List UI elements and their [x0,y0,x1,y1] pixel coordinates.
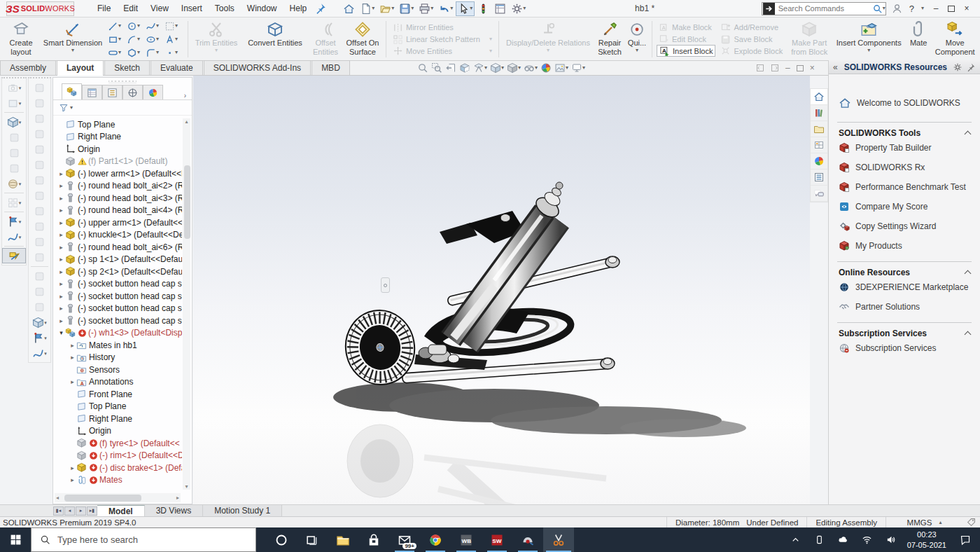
tree-expand-arrow[interactable]: ▸ [69,354,76,361]
resource-link[interactable]: Copy Settings Wizard [839,221,972,232]
task-pane-tab-design-library[interactable] [811,105,827,121]
generic-tool-button[interactable] [2,160,26,176]
edit-appearance-button[interactable] [540,62,552,74]
fm-tabs-overflow[interactable]: › [184,92,186,99]
collapse-panel-button[interactable]: « [833,62,838,72]
tag-icon[interactable] [967,518,976,527]
collapse-chevron-icon[interactable] [965,270,972,277]
tree-item[interactable]: ▸AAnnotations [53,376,182,389]
tree-item[interactable]: ▸(-) socket button head cap scre [53,315,182,327]
spline-caret[interactable]: ▾ [156,23,159,29]
restore-button[interactable] [948,6,955,12]
flag-caret[interactable]: ▾ [19,219,22,224]
line-caret[interactable]: ▾ [118,23,121,29]
collapse-chevron-icon[interactable] [965,131,972,138]
entity-pattern-tool-button[interactable]: ▾ [164,20,183,33]
tree-expand-arrow[interactable]: ▸ [69,378,76,385]
menu-edit[interactable]: Edit [117,1,144,16]
doc-tab-3d-views[interactable]: 3D Views [145,505,203,516]
fillet-caret[interactable]: ▾ [156,50,159,55]
generic-tool-button[interactable] [29,80,50,95]
add-remove-button[interactable]: Add/Remove [718,22,785,34]
annotation-view-caret[interactable]: ▾ [484,65,487,71]
nav-next-button[interactable]: ▸ [76,506,86,516]
phone-link-tray-button[interactable] [809,527,830,552]
annotation-view-button[interactable]: ▾ [472,62,488,74]
tab-solidworks-add-ins[interactable]: SOLIDWORKS Add-Ins [204,60,311,75]
edit-block-button[interactable]: Edit Block [657,34,715,46]
tree-item[interactable]: ▾(-) wh1<3> (Default<Displ [53,327,182,340]
tree-expand-arrow[interactable]: ▸ [69,342,76,349]
view-settings-caret[interactable]: ▾ [582,65,585,71]
section-header-online-resources[interactable]: Online Resources [839,268,970,277]
help-caret[interactable]: ▾ [921,6,924,11]
resource-link[interactable]: Performance Benchmark Test [839,181,972,193]
resource-link[interactable]: SOLIDWORKS Rx [839,162,972,173]
fillet-tool-button[interactable]: ▾ [146,46,164,60]
insert-components-button[interactable]: Insert Components ▾ [832,19,905,60]
arc-tool-button[interactable]: ▾ [127,33,146,46]
tree-expand-arrow[interactable]: ▸ [57,219,65,226]
generic-tool-button[interactable] [29,284,50,299]
create-layout-button[interactable]: Create layout [3,19,39,60]
tree-hscroll-thumb[interactable] [64,495,141,502]
action-center-button[interactable] [952,527,979,552]
panel-splitter-handle[interactable] [381,277,390,293]
view-settings-button[interactable]: ▾ [570,62,586,74]
tree-item[interactable]: ▸(-) lower arm<1> (Default<<D [53,167,182,180]
new-document-button[interactable]: ▾ [358,1,377,16]
doc-tab-motion-study-1[interactable]: Motion Study 1 [203,505,282,516]
offset-entities-button[interactable]: Offset Entities [309,19,342,60]
tree-item[interactable]: ▸(-) sp 1<1> (Default<<Default [53,254,182,266]
tree-expand-arrow[interactable]: ▸ [57,305,65,312]
explode-block-button[interactable]: Explode Block [718,45,785,57]
cube-blue-caret[interactable]: ▾ [19,120,22,125]
generic-tool-button[interactable] [29,299,50,315]
doc-close-button[interactable]: × [810,63,815,73]
menu-window[interactable]: Window [241,1,284,16]
tree-expand-arrow[interactable]: ▸ [57,170,65,177]
generic-tool-button[interactable] [2,130,26,145]
pattern-tool-button[interactable]: ▾ [2,195,26,210]
tree-item[interactable]: Front Plane [53,388,182,401]
tree-item[interactable]: Sensors [53,364,182,376]
start-button[interactable] [0,527,31,552]
tab-sketch[interactable]: Sketch [104,60,150,75]
undo-caret[interactable]: ▾ [450,6,453,11]
camera-caret[interactable]: ▾ [19,85,22,90]
make-block-button[interactable]: AMake Block [657,22,715,34]
polygon-tool-button[interactable]: ▾ [127,46,146,60]
user-account-icon[interactable] [892,4,902,14]
slot-tool-button[interactable]: ▾ [108,46,127,60]
hide-show-items-button[interactable]: ▾ [523,62,538,74]
tree-item[interactable]: Top Plane [53,401,182,413]
previous-view-button[interactable] [444,62,457,74]
select-button[interactable]: ▾ [456,1,475,16]
flag-tool-button[interactable]: ▾ [2,214,26,229]
select-caret[interactable]: ▾ [470,6,472,11]
tab-evaluate[interactable]: Evaluate [150,60,203,75]
task-pane-button[interactable] [492,1,508,16]
tree-item[interactable]: (f) Part1<1> (Default) [53,156,182,168]
tree-item[interactable]: ▸(-) round head bolt_ai<4> (RH [53,205,182,217]
tree-expand-arrow[interactable]: ▸ [57,231,65,238]
tree-item[interactable]: Origin [53,143,182,156]
slot-caret[interactable]: ▾ [118,50,121,55]
menu-tools[interactable]: Tools [209,1,241,16]
chrome-taskbar-button[interactable] [420,527,451,552]
tab-layout[interactable]: Layout [57,60,104,76]
save-caret[interactable]: ▾ [411,6,414,11]
doc-next-window-icon[interactable] [771,64,779,72]
zoom-to-area-button[interactable] [430,62,443,74]
resource-link[interactable]: 3DEXPERIENCE Marketplace [839,282,972,293]
pattern-caret[interactable]: ▾ [19,200,22,205]
tree-expand-arrow[interactable]: ▸ [57,280,65,287]
entity-pattern-caret[interactable]: ▾ [175,23,178,29]
generic-tool-button[interactable] [29,95,50,111]
task-pane-tab-forum[interactable] [811,186,827,202]
search-icon[interactable] [872,4,883,14]
task-pane-tab-custom-properties[interactable] [811,170,827,186]
tree-item[interactable]: ▸(-) round head bolt_ai<3> (RH [53,192,182,205]
sphere-caret[interactable]: ▾ [19,181,22,186]
task-pane-tab-file-explorer[interactable] [811,121,827,137]
